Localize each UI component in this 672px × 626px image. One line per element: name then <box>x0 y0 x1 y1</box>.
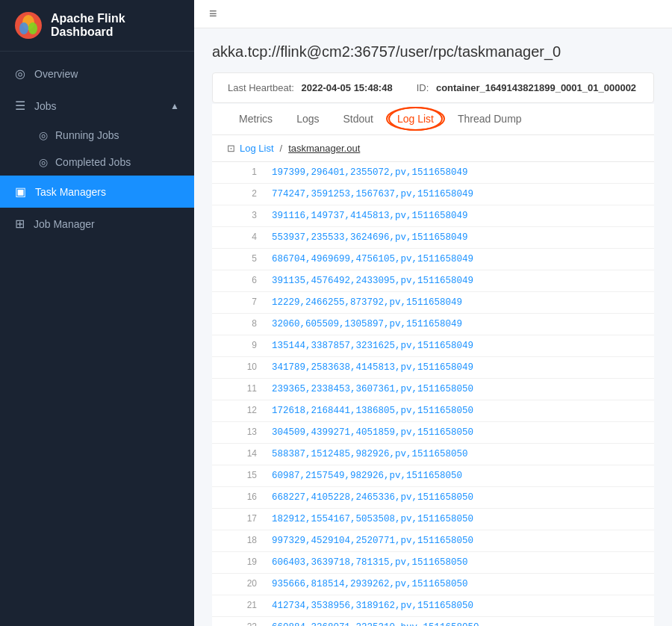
log-row: 10341789,2583638,4145813,pv,1511658049 <box>212 357 654 379</box>
log-line-content: 668227,4105228,2465336,pv,1511658050 <box>272 490 473 505</box>
log-line-number: 18 <box>227 533 257 548</box>
flink-logo <box>15 12 42 39</box>
log-table: 1197399,296401,2355072,pv,15116580492774… <box>212 162 654 626</box>
log-line-content: 660884,3268071,2225310,buy,1511658050 <box>272 620 479 626</box>
log-row: 18997329,4529104,2520771,pv,1511658050 <box>212 530 654 552</box>
sidebar-item-label: Jobs <box>34 100 57 112</box>
log-line-content: 135144,3387857,3231625,pv,1511658049 <box>272 338 473 353</box>
tab-stdout[interactable]: Stdout <box>331 104 385 135</box>
log-row: 21412734,3538956,3189162,pv,1511658050 <box>212 595 654 617</box>
log-row: 2774247,3591253,1567637,pv,1511658049 <box>212 184 654 205</box>
sidebar-item-label: Task Managers <box>35 186 106 198</box>
breadcrumb-icon: ⊡ <box>227 143 235 154</box>
sidebar: Apache Flink Dashboard ◎ Overview ☰ Jobs… <box>0 0 194 626</box>
log-line-number: 4 <box>227 230 257 244</box>
log-row: 14588387,1512485,982926,pv,1511658050 <box>212 444 654 465</box>
log-line-number: 17 <box>227 512 257 526</box>
log-row: 5686704,4969699,4756105,pv,1511658049 <box>212 249 654 270</box>
log-row: 17182912,1554167,5053508,pv,1511658050 <box>212 509 654 530</box>
sidebar-item-task-managers[interactable]: ▣ Task Managers <box>0 176 194 208</box>
log-line-content: 172618,2168441,1386805,pv,1511658050 <box>272 403 473 418</box>
sidebar-header: Apache Flink Dashboard <box>0 0 194 52</box>
log-line-content: 997329,4529104,2520771,pv,1511658050 <box>272 533 473 548</box>
log-line-number: 6 <box>227 273 257 288</box>
tab-metrics[interactable]: Metrics <box>227 104 284 135</box>
log-line-number: 9 <box>227 338 257 353</box>
log-line-number: 5 <box>227 252 257 266</box>
log-row: 3391116,149737,4145813,pv,1511658049 <box>212 205 654 227</box>
jobs-icon: ☰ <box>15 99 25 113</box>
log-line-number: 12 <box>227 403 257 418</box>
sidebar-sub-label: Running Jobs <box>55 129 119 141</box>
sidebar-item-completed-jobs[interactable]: ◎ Completed Jobs <box>0 149 194 176</box>
task-managers-icon: ▣ <box>15 185 26 199</box>
sidebar-item-label: Job Manager <box>34 218 95 230</box>
heartbeat-value: 2022-04-05 15:48:48 <box>302 82 393 93</box>
page-title: akka.tcp://flink@cm2:36757/user/rpc/task… <box>212 43 654 61</box>
log-line-content: 304509,4399271,4051859,pv,1511658050 <box>272 425 473 440</box>
log-line-number: 1 <box>227 165 257 179</box>
log-line-content: 341789,2583638,4145813,pv,1511658049 <box>272 360 473 375</box>
content-area: akka.tcp://flink@cm2:36757/user/rpc/task… <box>194 28 672 626</box>
sidebar-nav: ◎ Overview ☰ Jobs ▲ ◎ Running Jobs ◎ Com… <box>0 52 194 626</box>
log-line-content: 12229,2466255,873792,pv,1511658049 <box>272 295 462 310</box>
log-row: 19606403,3639718,781315,pv,1511658050 <box>212 552 654 574</box>
log-line-number: 16 <box>227 490 257 504</box>
breadcrumb-current: taskmanager.out <box>288 143 360 154</box>
log-row: 13304509,4399271,4051859,pv,1511658050 <box>212 422 654 444</box>
sidebar-item-jobs[interactable]: ☰ Jobs ▲ <box>0 90 194 122</box>
sidebar-title: Apache Flink Dashboard <box>51 12 179 39</box>
log-row: 11239365,2338453,3607361,pv,1511658050 <box>212 379 654 400</box>
log-line-content: 588387,1512485,982926,pv,1511658050 <box>272 447 468 462</box>
log-row: 1197399,296401,2355072,pv,1511658049 <box>212 162 654 184</box>
log-line-number: 21 <box>227 598 257 613</box>
sidebar-item-overview[interactable]: ◎ Overview <box>0 58 194 90</box>
info-bar: Last Heartbeat: 2022-04-05 15:48:48 ID: … <box>212 72 654 103</box>
log-line-number: 14 <box>227 447 257 461</box>
sidebar-sub-label: Completed Jobs <box>55 156 131 168</box>
log-line-number: 11 <box>227 382 257 396</box>
log-line-number: 20 <box>227 577 257 591</box>
log-line-content: 391116,149737,4145813,pv,1511658049 <box>272 208 468 223</box>
log-line-content: 182912,1554167,5053508,pv,1511658050 <box>272 512 473 527</box>
log-row: 16668227,4105228,2465336,pv,1511658050 <box>212 487 654 509</box>
heartbeat-label: Last Heartbeat: <box>228 82 294 93</box>
log-line-content: 60987,2157549,982926,pv,1511658050 <box>272 468 462 483</box>
log-line-content: 239365,2338453,3607361,pv,1511658050 <box>272 382 473 397</box>
running-jobs-icon: ◎ <box>39 129 48 141</box>
log-row: 9135144,3387857,3231625,pv,1511658049 <box>212 335 654 357</box>
log-line-number: 10 <box>227 360 257 374</box>
completed-jobs-icon: ◎ <box>39 156 48 168</box>
sidebar-item-running-jobs[interactable]: ◎ Running Jobs <box>0 122 194 149</box>
tab-logs[interactable]: Logs <box>284 104 331 135</box>
tab-thread-dump[interactable]: Thread Dump <box>446 104 534 135</box>
log-line-number: 8 <box>227 317 257 331</box>
svg-point-3 <box>28 22 37 34</box>
log-row: 832060,605509,1305897,pv,1511658049 <box>212 314 654 335</box>
log-line-number: 22 <box>227 620 257 626</box>
log-row: 712229,2466255,873792,pv,1511658049 <box>212 292 654 314</box>
sidebar-item-label: Overview <box>34 68 78 80</box>
hamburger-icon[interactable]: ≡ <box>209 6 217 22</box>
id-section: ID: container_1649143821899_0001_01_0000… <box>417 82 636 93</box>
log-row: 22660884,3268071,2225310,buy,1511658050 <box>212 617 654 626</box>
id-label: ID: <box>417 82 429 93</box>
breadcrumb-root[interactable]: Log List <box>240 143 274 154</box>
sidebar-item-job-manager[interactable]: ⊞ Job Manager <box>0 208 194 240</box>
log-line-content: 553937,235533,3624696,pv,1511658049 <box>272 230 468 245</box>
log-row: 20935666,818514,2939262,pv,1511658050 <box>212 574 654 595</box>
breadcrumb-bar: ⊡ Log List / taskmanager.out <box>212 135 654 162</box>
log-row: 12172618,2168441,1386805,pv,1511658050 <box>212 400 654 422</box>
log-line-content: 412734,3538956,3189162,pv,1511658050 <box>272 598 473 613</box>
log-line-number: 3 <box>227 208 257 223</box>
log-line-number: 2 <box>227 187 257 201</box>
log-line-content: 774247,3591253,1567637,pv,1511658049 <box>272 187 473 202</box>
svg-point-2 <box>19 22 28 34</box>
log-row: 6391135,4576492,2433095,pv,1511658049 <box>212 270 654 292</box>
log-line-content: 32060,605509,1305897,pv,1511658049 <box>272 317 462 332</box>
log-line-number: 19 <box>227 555 257 569</box>
tab-log-list[interactable]: Log List <box>385 104 446 135</box>
log-line-number: 15 <box>227 468 257 483</box>
id-value: container_1649143821899_0001_01_000002 <box>436 82 636 93</box>
job-manager-icon: ⊞ <box>15 217 25 231</box>
